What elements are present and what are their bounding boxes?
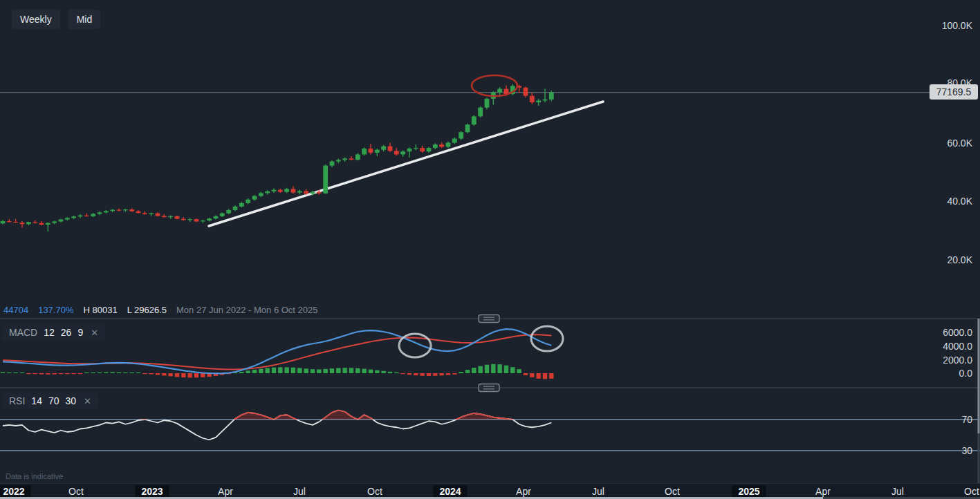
time-axis[interactable]: 2022Oct2023AprJulOct2024AprJulOct2025Apr… [0, 483, 980, 499]
rsi-param-overbought: 70 [48, 395, 59, 406]
time-axis-year-label: 2023 [135, 485, 169, 498]
time-axis-month-label: Oct [964, 486, 979, 497]
rsi-indicator-pill[interactable]: RSI 14 70 30 ✕ [2, 393, 98, 409]
macd-param-fast: 12 [44, 327, 55, 338]
rsi-overbought-line [3, 411, 551, 440]
time-axis-month-label: Oct [665, 486, 680, 497]
price-axis-tick: 100.0K [942, 20, 972, 31]
time-axis-month-label: Jul [293, 486, 306, 497]
rsi-axis-tick: 30 [961, 445, 972, 456]
change-value: 44704 [3, 305, 28, 315]
price-source-button[interactable]: Mid [68, 10, 101, 29]
date-range: Mon 27 Jun 2022 - Mon 6 Oct 2025 [176, 305, 318, 315]
data-indicative-note: Data is indicative [6, 472, 63, 480]
change-percent: 137.70% [38, 305, 73, 315]
rsi-indicator-name: RSI [9, 395, 25, 406]
high-value: H 80031 [83, 305, 117, 315]
macd-close-icon[interactable]: ✕ [91, 328, 98, 338]
macd-axis-tick: 6000.0 [943, 327, 972, 338]
macd-param-slow: 26 [61, 327, 72, 338]
instrument-info-bar: 44704 137.70% H 80031 L 29626.5 Mon 27 J… [3, 304, 318, 316]
trendline-annotation[interactable] [209, 102, 603, 226]
time-axis-month-label: Apr [815, 486, 831, 497]
macd-indicator-pill[interactable]: MACD 12 26 9 ✕ [2, 324, 105, 341]
rsi-panel-resize-handle[interactable] [479, 384, 499, 392]
rsi-close-icon[interactable]: ✕ [84, 396, 91, 406]
candles-layer [1, 84, 554, 232]
macd-axis-tick: 2000.0 [943, 355, 972, 366]
macd-panel-resize-handle[interactable] [479, 315, 499, 323]
price-axis-tick: 60.0K [947, 138, 972, 149]
time-axis-month-label: Jul [592, 486, 604, 497]
macd-axis-tick: 4000.0 [943, 341, 972, 352]
time-axis-year-label: 2022 [0, 485, 31, 498]
macd-histogram [1, 364, 554, 379]
price-axis-tick: 20.0K [947, 254, 972, 265]
time-axis-month-label: Apr [516, 486, 531, 497]
macd-param-signal: 9 [77, 327, 83, 338]
vertical-scrollbar[interactable] [978, 319, 980, 433]
chart-toolbar: Weekly Mid [12, 10, 100, 29]
rsi-param-period: 14 [31, 395, 42, 406]
rsi-param-oversold: 30 [66, 395, 77, 406]
time-axis-month-label: Apr [218, 486, 233, 497]
macd-axis-tick: 0.0 [959, 368, 972, 379]
timeframe-button[interactable]: Weekly [12, 10, 60, 29]
macd-indicator-name: MACD [9, 327, 37, 338]
rsi-axis-tick: 70 [961, 414, 972, 425]
time-axis-month-label: Oct [68, 486, 84, 497]
current-price-label: 77169.5 [930, 84, 978, 100]
chart-canvas[interactable] [0, 0, 980, 499]
time-axis-year-label: 2024 [433, 485, 467, 498]
time-axis-year-label: 2025 [732, 485, 766, 498]
price-axis-tick: 40.0K [947, 196, 972, 207]
time-axis-month-label: Jul [891, 486, 904, 497]
time-axis-month-label: Oct [367, 486, 382, 497]
low-value: L 29626.5 [127, 305, 167, 315]
